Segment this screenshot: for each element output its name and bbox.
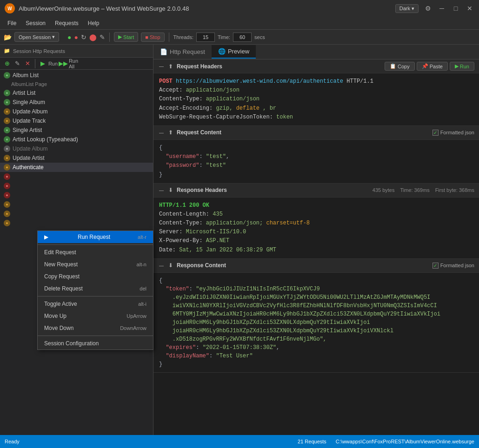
sidebar-label-single-artist: Single Artist (13, 127, 42, 133)
collapse-req-content-icon[interactable]: — (158, 129, 165, 136)
sidebar-item-album-list[interactable]: ● Album List (0, 71, 153, 80)
sidebar-item-artist-list[interactable]: ● Artist List (0, 88, 153, 98)
statusbar: Ready 21 Requests C:\wwapps\Conf\FoxProR… (0, 435, 479, 448)
icon-update-album-2: ● (4, 145, 10, 152)
open-session-button[interactable]: Open Session ▾ (14, 32, 59, 42)
ctx-run-request-label: Run Request (78, 234, 110, 240)
ctx-delete-request-label: Delete Request (44, 285, 83, 292)
maximize-button[interactable]: □ (451, 4, 460, 13)
ctx-new-request[interactable]: New Request alt-n (38, 258, 153, 270)
ctx-run-request[interactable]: ▶ Run Request alt-r (38, 231, 153, 243)
sidebar-item-r6[interactable]: ● (0, 218, 153, 228)
resp-first-byte: First byte: 368ms (435, 187, 474, 193)
collapse-resp-headers-icon[interactable]: — (158, 187, 165, 193)
refresh-icon[interactable]: ↻ (81, 33, 86, 41)
icon-update-album: ● (4, 108, 10, 115)
ctx-new-request-label: New Request (44, 261, 78, 268)
minimize-button[interactable]: ─ (437, 4, 446, 13)
ctx-cursor: ▶ (44, 234, 48, 240)
icon-artist-lookup: ● (4, 136, 10, 143)
header-accept: Accept: application/json (159, 86, 473, 95)
ctx-edit-request-label: Edit Request (44, 249, 76, 256)
sidebar-item-r5[interactable]: ● (0, 209, 153, 218)
request-content-header: — ⬆ Request Content ✓ Formatted json (153, 126, 479, 140)
run-icon: ▶ (455, 63, 459, 69)
tab-http-request[interactable]: 📄 Http Request (153, 46, 212, 58)
http-protocol: HTTP/1.1 (346, 78, 373, 85)
sidebar-item-update-album-2[interactable]: ● Update Album (0, 144, 153, 153)
sidebar-run-label[interactable]: Run (49, 59, 57, 68)
close-button[interactable]: ✕ (465, 4, 474, 13)
sidebar-edit-btn[interactable]: ✎ (13, 59, 21, 68)
icon-authenticate: ● (4, 164, 10, 171)
download-icon: ⬇ (168, 187, 173, 193)
secs-label: secs (254, 34, 265, 40)
sidebar-run-btn[interactable]: ▶ (39, 59, 47, 68)
ctx-session-config[interactable]: Session Configuration (38, 337, 153, 349)
response-headers-header: — ⬇ Response Headers 435 bytes Time: 369… (153, 184, 479, 198)
ctx-delete-request[interactable]: Delete Request del (38, 283, 153, 295)
run-button[interactable]: ▶ Run (450, 62, 474, 71)
ctx-sep3 (38, 336, 153, 336)
ctx-sep2 (38, 296, 153, 296)
sidebar-item-r2[interactable]: ● (0, 181, 153, 191)
ctx-toggle-label: Toggle Active (44, 301, 77, 307)
response-headers-section: — ⬇ Response Headers 435 bytes Time: 369… (153, 184, 479, 259)
sidebar-item-authenticate[interactable]: ● Authenticate (0, 163, 153, 172)
edit-icon[interactable]: ✎ (100, 33, 105, 41)
sidebar-add-btn[interactable]: ⊕ (3, 59, 11, 68)
sidebar-item-update-track[interactable]: ● Update Track (0, 116, 153, 125)
sidebar-item-albumlist-page[interactable]: AlbumList Page (0, 80, 153, 88)
sidebar-item-r3[interactable]: ● (0, 191, 153, 200)
threads-input[interactable] (196, 33, 215, 42)
menu-session[interactable]: Session (21, 18, 50, 28)
tab-preview[interactable]: 🌐 Preview (212, 45, 256, 59)
request-content-body: { "username": "test", "password": "test"… (153, 140, 479, 183)
icon-r1: ● (4, 173, 10, 180)
start-button[interactable]: ▶ Start (114, 32, 138, 42)
icon-r2: ● (4, 183, 10, 189)
paste-button[interactable]: 📌 Paste (417, 62, 448, 71)
time-label: Time: (218, 34, 230, 40)
theme-button[interactable]: Dark ▾ (395, 4, 419, 13)
sidebar-label-artist-list: Artist List (13, 90, 35, 96)
context-menu: ▶ Run Request alt-r Edit Request New Req… (37, 231, 153, 350)
ctx-move-down[interactable]: Move Down DownArrow (38, 322, 153, 334)
time-input[interactable] (233, 33, 252, 42)
sidebar-item-single-album[interactable]: ● Single Album (0, 98, 153, 107)
header-accept-encoding: Accept-Encoding: gzip, deflate , br (159, 104, 473, 113)
req-formatted-checkbox[interactable]: ✓ (432, 130, 439, 136)
ctx-move-up[interactable]: Move Up UpArrow (38, 310, 153, 322)
toolbar: 📂 Open Session ▾ ● ● ↻ ⬤ ✎ ▶ Start ■ Sto… (0, 30, 479, 45)
menu-requests[interactable]: Requests (50, 18, 83, 28)
sidebar-run-all-label[interactable]: Run All (69, 59, 78, 68)
ctx-delete-shortcut: del (140, 286, 146, 291)
request-url: https://albumviewer.west-wind.com/api/au… (176, 78, 343, 85)
sidebar-item-update-album[interactable]: ● Update Album (0, 107, 153, 116)
ctx-copy-request[interactable]: Copy Request (38, 270, 153, 283)
collapse-req-headers-icon[interactable]: — (158, 63, 165, 70)
app-logo: W (5, 3, 15, 13)
sidebar-item-r4[interactable]: ● (0, 200, 153, 209)
tab-http-request-label: Http Request (170, 48, 205, 55)
sidebar-close-btn[interactable]: ✕ (23, 59, 32, 68)
menu-help[interactable]: Help (83, 18, 104, 28)
sidebar-item-single-artist[interactable]: ● Single Artist (0, 125, 153, 135)
icon-update-artist: ● (4, 155, 10, 161)
ctx-edit-request[interactable]: Edit Request (38, 246, 153, 258)
sidebar-item-artist-lookup[interactable]: ● Artist Lookup (Typeahead) (0, 135, 153, 144)
sidebar-sep (35, 59, 35, 68)
sidebar-item-r1[interactable]: ● (0, 172, 153, 181)
sidebar-run-all-btn[interactable]: ▶▶ (59, 59, 67, 68)
ctx-sep1 (38, 244, 153, 245)
menu-file[interactable]: File (3, 18, 21, 28)
settings-icon[interactable]: ⚙ (423, 4, 432, 13)
sidebar-item-update-artist[interactable]: ● Update Artist (0, 153, 153, 163)
request-formatted-check: ✓ Formatted json (432, 130, 474, 136)
stop-button[interactable]: ■ Stop (141, 33, 164, 42)
copy-button[interactable]: 📋 Copy (385, 62, 415, 71)
ctx-toggle-active[interactable]: Toggle Active alt-i (38, 298, 153, 310)
resp-formatted-checkbox[interactable]: ✓ (432, 263, 439, 269)
response-content-header: — ⬇ Response Content ✓ Formatted json (153, 259, 479, 273)
collapse-resp-content-icon[interactable]: — (158, 262, 165, 269)
